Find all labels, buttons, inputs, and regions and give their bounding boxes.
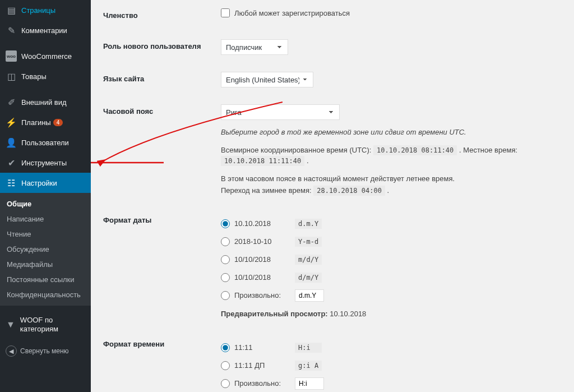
date-opt-1-radio[interactable] bbox=[221, 219, 230, 228]
submenu-media[interactable]: Медиафайлы bbox=[0, 257, 91, 272]
sidebar-item-plugins[interactable]: ⚡Плагины4 bbox=[0, 112, 91, 132]
sidebar-item-users[interactable]: 👤Пользователи bbox=[0, 132, 91, 153]
sidebar-item-woocommerce[interactable]: wooWooCommerce bbox=[0, 46, 91, 66]
submenu-privacy[interactable]: Конфиденциальность bbox=[0, 287, 91, 302]
collapse-menu-button[interactable]: ◀Свернуть меню bbox=[0, 341, 91, 361]
settings-content: Членство Любой может зарегистрироваться … bbox=[91, 0, 574, 392]
timezone-dst: В этом часовом поясе в настоящий момент … bbox=[221, 173, 556, 185]
wrench-icon: ✔ bbox=[6, 157, 17, 168]
time-opt-custom-radio[interactable] bbox=[221, 379, 230, 388]
user-icon: 👤 bbox=[6, 137, 17, 148]
role-label: Роль нового пользователя bbox=[103, 31, 215, 63]
date-opt-2-radio[interactable] bbox=[221, 237, 230, 246]
slider-icon: ☷ bbox=[6, 177, 17, 188]
sidebar-item-woof[interactable]: ▼WOOF по категориям bbox=[0, 311, 91, 338]
time-format-label: Формат времени bbox=[103, 329, 215, 393]
sidebar-item-tools[interactable]: ✔Инструменты bbox=[0, 153, 91, 173]
submenu-reading[interactable]: Чтение bbox=[0, 227, 91, 242]
membership-checkbox-label[interactable]: Любой может зарегистрироваться bbox=[221, 8, 350, 17]
timezone-label: Часовой пояс bbox=[103, 96, 215, 205]
local-time: 10.10.2018 11:11:40 bbox=[221, 156, 304, 166]
product-icon: ◫ bbox=[6, 71, 17, 82]
sidebar-item-products[interactable]: ◫Товары bbox=[0, 66, 91, 86]
date-preview: Предварительный просмотр: 10.10.2018 bbox=[221, 310, 556, 318]
time-custom-input[interactable] bbox=[295, 377, 324, 390]
timezone-select[interactable]: Рига bbox=[221, 104, 340, 120]
submenu-general[interactable]: Общие bbox=[0, 196, 91, 211]
timezone-winter: Переход на зимнее время: 28.10.2018 04:0… bbox=[221, 185, 556, 196]
woo-icon: woo bbox=[6, 50, 17, 62]
membership-checkbox[interactable] bbox=[221, 8, 230, 17]
update-badge: 4 bbox=[53, 119, 63, 126]
time-opt-2-radio[interactable] bbox=[221, 361, 230, 370]
date-opt-custom-radio[interactable] bbox=[221, 291, 230, 300]
brush-icon: ✐ bbox=[6, 96, 17, 108]
lang-select[interactable]: English (United States) bbox=[221, 72, 313, 87]
utc-time: 10.10.2018 08:11:40 bbox=[373, 145, 457, 155]
date-custom-input[interactable] bbox=[295, 289, 324, 302]
time-opt-1-radio[interactable] bbox=[221, 343, 230, 352]
sidebar-item-settings[interactable]: ☷Настройки bbox=[0, 173, 91, 193]
comment-icon: ✎ bbox=[6, 25, 17, 36]
filter-icon: ▼ bbox=[6, 319, 16, 330]
submenu-writing[interactable]: Написание bbox=[0, 211, 91, 227]
sidebar-item-appearance[interactable]: ✐Внешний вид bbox=[0, 92, 91, 112]
timezone-utc: Всемирное координированное время (UTC): … bbox=[221, 145, 556, 167]
date-opt-4-radio[interactable] bbox=[221, 273, 230, 282]
sidebar-item-comments[interactable]: ✎Комментарии bbox=[0, 20, 91, 40]
sidebar-item-pages[interactable]: ▤Страницы bbox=[0, 0, 91, 20]
admin-sidebar: ▤Страницы ✎Комментарии wooWooCommerce ◫Т… bbox=[0, 0, 91, 392]
submenu-discussion[interactable]: Обсуждение bbox=[0, 242, 91, 257]
membership-label: Членство bbox=[103, 0, 215, 31]
lang-label: Язык сайта bbox=[103, 63, 215, 96]
role-select[interactable]: Подписчик bbox=[221, 39, 288, 55]
settings-submenu: Общие Написание Чтение Обсуждение Медиаф… bbox=[0, 193, 91, 306]
date-format-label: Формат даты bbox=[103, 205, 215, 329]
date-opt-3-radio[interactable] bbox=[221, 255, 230, 264]
page-icon: ▤ bbox=[6, 4, 17, 16]
plug-icon: ⚡ bbox=[6, 117, 17, 128]
collapse-icon: ◀ bbox=[6, 345, 17, 357]
timezone-desc: Выберите город в той же временной зоне и… bbox=[221, 127, 556, 138]
submenu-permalinks[interactable]: Постоянные ссылки bbox=[0, 272, 91, 287]
winter-time: 28.10.2018 04:00 bbox=[313, 186, 385, 196]
